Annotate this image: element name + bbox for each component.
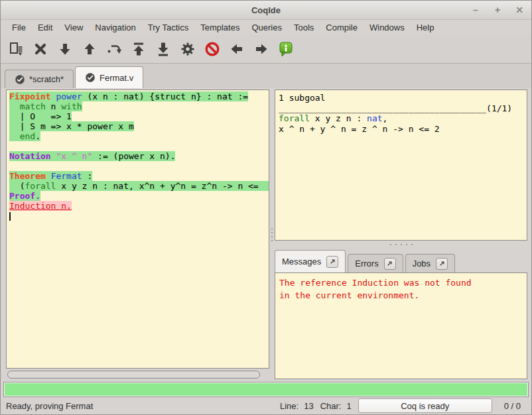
close-button[interactable] xyxy=(28,38,52,60)
interrupt-icon xyxy=(204,41,220,57)
tab-bar: *scratch*Fermat.v xyxy=(1,63,531,88)
highlight-pink: Induction n. xyxy=(9,201,72,211)
arrow-left-icon xyxy=(229,41,245,57)
highlight-green: | S m => x * power x m xyxy=(9,121,134,131)
interrupt-button[interactable] xyxy=(200,38,224,60)
save-button[interactable] xyxy=(3,38,28,60)
detach-icon xyxy=(329,258,336,265)
detach-icon xyxy=(438,260,446,267)
code-line: | O => 1 xyxy=(9,111,269,121)
menu-windows[interactable]: Windows xyxy=(364,21,411,34)
vertical-splitter[interactable] xyxy=(269,89,275,379)
messages-panel[interactable]: The reference Induction was not foundin … xyxy=(275,272,527,379)
menu-navigation[interactable]: Navigation xyxy=(89,21,141,34)
tab-jobs[interactable]: Jobs xyxy=(405,254,455,272)
code-editor[interactable]: Fixpoint power (x n : nat) {struct n} : … xyxy=(6,89,269,369)
horizontal-scrollbar[interactable] xyxy=(6,370,269,379)
step-backward-button[interactable] xyxy=(77,38,101,60)
highlight-green: end. xyxy=(9,131,40,141)
menu-edit[interactable]: Edit xyxy=(32,21,58,34)
go-to-cursor-icon xyxy=(106,41,122,57)
coq-status-button[interactable]: Coq is ready xyxy=(358,398,492,413)
error-message-line: in the current environment. xyxy=(279,289,527,302)
window-title: CoqIde xyxy=(251,5,281,15)
menu-templates[interactable]: Templates xyxy=(194,21,245,34)
step-forward-button[interactable] xyxy=(52,38,77,60)
tab-label: Messages xyxy=(282,257,321,267)
message-tab-bar: MessagesErrorsJobs xyxy=(275,249,527,272)
progress-bar-fill xyxy=(5,383,527,396)
code-line: Notation "x ^ n" := (power x n). xyxy=(9,151,269,161)
arrow-down-icon xyxy=(57,41,73,57)
gear-icon xyxy=(180,41,196,57)
goals-panel[interactable]: 1 subgoal_______________________________… xyxy=(275,89,527,241)
progress-counter: 0 / 0 xyxy=(504,401,521,411)
code-line: Fixpoint power (x n : nat) {struct n} : … xyxy=(9,91,269,101)
arrow-up-icon xyxy=(82,41,98,57)
highlight-green: Theorem Fermat : xyxy=(9,171,92,181)
highlight-green: match n with xyxy=(9,101,82,111)
toolbar xyxy=(1,35,531,63)
code-line xyxy=(9,161,269,171)
menu-view[interactable]: View xyxy=(58,21,89,34)
about-button[interactable] xyxy=(273,38,298,60)
tab-label: Errors xyxy=(355,259,378,268)
menu-queries[interactable]: Queries xyxy=(245,21,288,34)
menu-tools[interactable]: Tools xyxy=(288,21,320,34)
tab-label: Fermat.v xyxy=(100,73,133,83)
progress-bar xyxy=(3,382,529,397)
code-line xyxy=(9,211,269,221)
menu-bar: FileEditViewNavigationTry TacticsTemplat… xyxy=(1,20,531,35)
tab--scratch-[interactable]: *scratch* xyxy=(5,70,74,88)
minimize-button[interactable]: – xyxy=(470,5,481,15)
go-to-start-button[interactable] xyxy=(126,38,151,60)
check-circle-icon xyxy=(85,72,96,83)
arrow-right-icon xyxy=(253,41,269,57)
code-line: (forall x y z n : nat, x^n + y^n = z^n -… xyxy=(9,181,269,191)
info-icon xyxy=(278,41,294,57)
highlight-green: Fixpoint power (x n : nat) {struct n} : … xyxy=(9,91,248,101)
menu-help[interactable]: Help xyxy=(411,21,440,34)
coqide-window: CoqIde – + ✕ FileEditViewNavigationTry T… xyxy=(0,0,532,415)
scrollbar-thumb[interactable] xyxy=(7,371,260,379)
line-value: 13 xyxy=(304,401,313,411)
detach-errors-button[interactable] xyxy=(384,258,396,270)
tab-messages[interactable]: Messages xyxy=(275,250,346,272)
tab-fermat.v[interactable]: Fermat.v xyxy=(75,66,143,88)
code-line: end. xyxy=(9,131,269,141)
go-to-cursor-button[interactable] xyxy=(101,38,126,60)
menu-file[interactable]: File xyxy=(6,21,32,34)
menu-try-tactics[interactable]: Try Tactics xyxy=(142,21,194,34)
code-line: Theorem Fermat : xyxy=(9,171,269,181)
code-line: forall x y z n : nat, xyxy=(279,113,527,124)
next-button[interactable] xyxy=(249,38,273,60)
detach-jobs-button[interactable] xyxy=(436,258,448,270)
go-to-end-button[interactable] xyxy=(151,38,175,60)
check-circle-icon xyxy=(15,74,25,85)
status-right: Line: 13 Char: 1 Coq is ready 0 / 0 xyxy=(273,398,526,413)
go-to-end-icon xyxy=(155,41,171,57)
status-message: Ready, proving Fermat xyxy=(6,401,273,411)
highlight-green: | O => 1 xyxy=(9,111,72,121)
previous-button[interactable] xyxy=(224,38,249,60)
code-line xyxy=(9,141,269,151)
menu-compile[interactable]: Compile xyxy=(320,21,364,34)
tab-label: Jobs xyxy=(413,259,431,268)
error-message-line: The reference Induction was not found xyxy=(279,276,527,289)
horizontal-splitter[interactable] xyxy=(275,241,527,249)
close-button[interactable]: ✕ xyxy=(514,5,525,15)
code-line: 1 subgoal xyxy=(279,93,527,103)
detach-messages-button[interactable] xyxy=(326,256,338,268)
text-cursor xyxy=(9,212,11,221)
maximize-button[interactable]: + xyxy=(492,5,503,15)
window-controls: – + ✕ xyxy=(470,1,525,19)
status-bar: Ready, proving Fermat Line: 13 Char: 1 C… xyxy=(1,397,531,414)
document-down-icon xyxy=(8,41,24,57)
char-value: 1 xyxy=(346,401,351,411)
line-label: Line: xyxy=(280,401,299,411)
reset-coq-button[interactable] xyxy=(175,38,200,60)
tab-errors[interactable]: Errors xyxy=(348,254,403,272)
close-x-icon xyxy=(33,41,48,57)
highlight-green: (forall x y z n : nat, x^n + y^n = z^n -… xyxy=(9,181,269,191)
main-area: Fixpoint power (x n : nat) {struct n} : … xyxy=(1,88,531,381)
